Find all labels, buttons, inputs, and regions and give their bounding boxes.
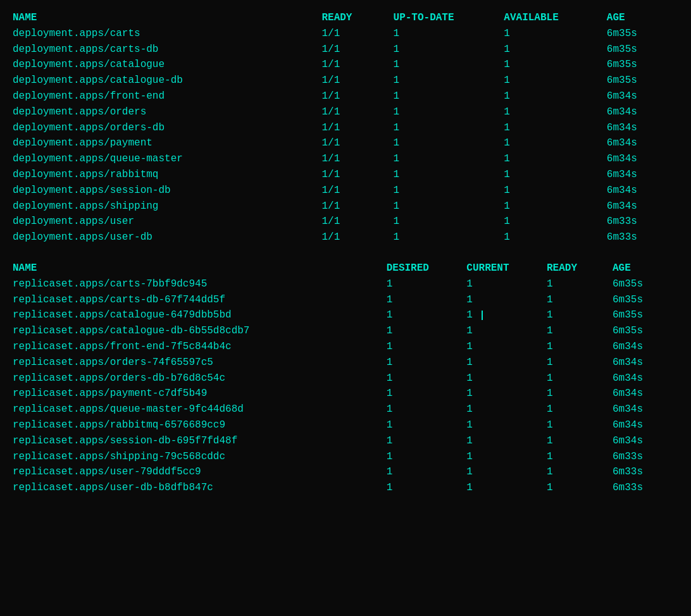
dep-available: 1 [504, 57, 606, 73]
rep-age: 6m34s [613, 339, 678, 355]
dep-ready: 1/1 [321, 151, 393, 167]
dep-uptodate: 1 [394, 42, 504, 58]
dep-uptodate: 1 [394, 73, 504, 89]
rep-current: 1 [466, 292, 547, 308]
dep-ready: 1/1 [321, 104, 393, 120]
rep-current: 1 [466, 402, 547, 417]
table-row: replicaset.apps/orders-db-b76d8c54c 1 1 … [13, 371, 678, 386]
rep-name: replicaset.apps/queue-master-9fc44d68d [13, 402, 387, 417]
rep-age: 6m33s [613, 464, 678, 480]
replicasets-header-name: NAME [13, 261, 387, 276]
table-row: deployment.apps/catalogue 1/1 1 1 6m35s [13, 57, 678, 73]
dep-uptodate: 1 [394, 120, 504, 136]
rep-desired: 1 [387, 417, 467, 433]
dep-ready: 1/1 [321, 73, 393, 89]
deployments-header-available: AVAILABLE [504, 10, 606, 26]
rep-ready: 1 [547, 323, 613, 339]
rep-name: replicaset.apps/catalogue-db-6b55d8cdb7 [13, 323, 387, 339]
dep-name: deployment.apps/carts [13, 26, 321, 42]
rep-current: 1 ​ [466, 307, 547, 323]
rep-age: 6m34s [613, 355, 678, 371]
rep-ready: 1 [547, 386, 613, 402]
rep-name: replicaset.apps/session-db-695f7fd48f [13, 433, 387, 449]
rep-ready: 1 [547, 449, 613, 465]
deployments-header-ready: READY [321, 10, 393, 26]
replicasets-table: NAME DESIRED CURRENT READY AGE replicase… [13, 261, 678, 496]
dep-ready: 1/1 [321, 167, 393, 183]
dep-age: 6m34s [607, 167, 678, 183]
deployments-table: NAME READY UP-TO-DATE AVAILABLE AGE depl… [13, 10, 678, 245]
dep-uptodate: 1 [394, 89, 504, 104]
dep-ready: 1/1 [321, 57, 393, 73]
dep-name: deployment.apps/orders-db [13, 120, 321, 136]
rep-ready: 1 [547, 402, 613, 417]
dep-available: 1 [504, 104, 606, 120]
deployments-header-name: NAME [13, 10, 321, 26]
rep-name: replicaset.apps/payment-c7df5b49 [13, 386, 387, 402]
rep-age: 6m35s [613, 323, 678, 339]
rep-name: replicaset.apps/orders-db-b76d8c54c [13, 371, 387, 386]
rep-current: 1 [466, 480, 547, 496]
rep-current: 1 [466, 339, 547, 355]
dep-ready: 1/1 [321, 230, 393, 245]
dep-uptodate: 1 [394, 214, 504, 230]
table-row: deployment.apps/orders 1/1 1 1 6m34s [13, 104, 678, 120]
rep-desired: 1 [387, 339, 467, 355]
dep-available: 1 [504, 151, 606, 167]
dep-available: 1 [504, 73, 606, 89]
dep-name: deployment.apps/carts-db [13, 42, 321, 58]
dep-uptodate: 1 [394, 199, 504, 214]
rep-age: 6m35s [613, 276, 678, 292]
rep-age: 6m35s [613, 307, 678, 323]
rep-age: 6m33s [613, 449, 678, 465]
dep-available: 1 [504, 167, 606, 183]
rep-age: 6m34s [613, 433, 678, 449]
table-row: replicaset.apps/shipping-79c568cddc 1 1 … [13, 449, 678, 465]
table-row: replicaset.apps/catalogue-db-6b55d8cdb7 … [13, 323, 678, 339]
dep-uptodate: 1 [394, 183, 504, 199]
rep-desired: 1 [387, 355, 467, 371]
rep-name: replicaset.apps/carts-7bbf9dc945 [13, 276, 387, 292]
dep-available: 1 [504, 120, 606, 136]
rep-current: 1 [466, 386, 547, 402]
dep-age: 6m34s [607, 120, 678, 136]
table-row: replicaset.apps/user-79dddf5cc9 1 1 1 6m… [13, 464, 678, 480]
dep-uptodate: 1 [394, 57, 504, 73]
deployments-header-age: AGE [607, 10, 678, 26]
rep-desired: 1 [387, 433, 467, 449]
dep-uptodate: 1 [394, 230, 504, 245]
rep-name: replicaset.apps/orders-74f65597c5 [13, 355, 387, 371]
rep-desired: 1 [387, 402, 467, 417]
dep-ready: 1/1 [321, 42, 393, 58]
dep-ready: 1/1 [321, 89, 393, 104]
rep-ready: 1 [547, 307, 613, 323]
table-row: replicaset.apps/queue-master-9fc44d68d 1… [13, 402, 678, 417]
dep-available: 1 [504, 230, 606, 245]
table-row: replicaset.apps/payment-c7df5b49 1 1 1 6… [13, 386, 678, 402]
rep-current: 1 [466, 276, 547, 292]
dep-name: deployment.apps/user-db [13, 230, 321, 245]
dep-name: deployment.apps/rabbitmq [13, 167, 321, 183]
dep-ready: 1/1 [321, 199, 393, 214]
rep-age: 6m34s [613, 417, 678, 433]
rep-age: 6m34s [613, 371, 678, 386]
dep-available: 1 [504, 26, 606, 42]
rep-age: 6m35s [613, 292, 678, 308]
rep-name: replicaset.apps/carts-db-67f744dd5f [13, 292, 387, 308]
table-row: deployment.apps/orders-db 1/1 1 1 6m34s [13, 120, 678, 136]
dep-available: 1 [504, 214, 606, 230]
rep-desired: 1 [387, 480, 467, 496]
dep-available: 1 [504, 42, 606, 58]
dep-name: deployment.apps/shipping [13, 199, 321, 214]
table-row: replicaset.apps/session-db-695f7fd48f 1 … [13, 433, 678, 449]
dep-age: 6m33s [607, 214, 678, 230]
replicasets-header-age: AGE [613, 261, 678, 276]
rep-current: 1 [466, 417, 547, 433]
rep-current: 1 [466, 464, 547, 480]
table-row: deployment.apps/shipping 1/1 1 1 6m34s [13, 199, 678, 214]
table-row: deployment.apps/carts 1/1 1 1 6m35s [13, 26, 678, 42]
dep-name: deployment.apps/user [13, 214, 321, 230]
rep-desired: 1 [387, 323, 467, 339]
dep-name: deployment.apps/catalogue [13, 57, 321, 73]
rep-name: replicaset.apps/user-79dddf5cc9 [13, 464, 387, 480]
